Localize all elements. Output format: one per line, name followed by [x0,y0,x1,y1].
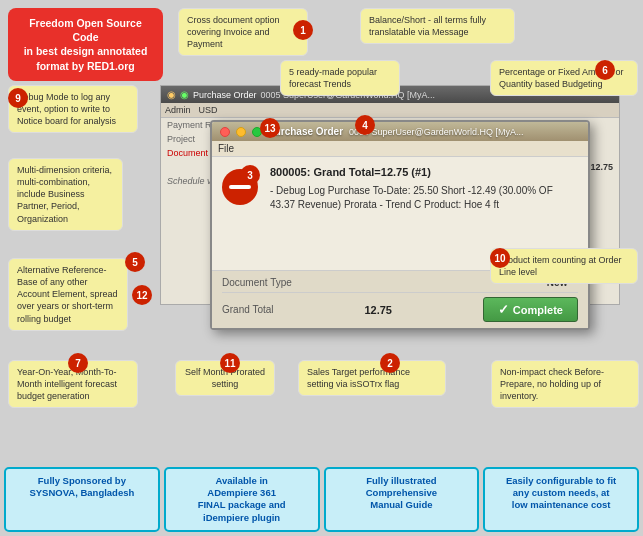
ann-yoy-text: Year-On-Year, Month-To-Month intelligent… [17,367,117,401]
minimize-traffic-light[interactable] [236,127,246,137]
modal-menubar: File [212,141,588,157]
grand-total-value: 12.75 [364,304,392,316]
num-label-11: 11 [224,358,235,369]
num-label-2: 2 [387,358,393,369]
num-label-7: 7 [75,358,81,369]
num-label-5: 5 [132,257,138,268]
currency-label: USD [199,105,218,115]
ann-cross-document: Cross document option covering Invoice a… [178,8,308,56]
num-label-1: 1 [300,25,306,36]
ann-alt-ref: Alternative Reference-Base of any other … [8,258,128,331]
close-traffic-light[interactable] [220,127,230,137]
modal-dialog: Purchase Order 0005 SuperUser@GardenWorl… [210,120,590,330]
file-menu-item[interactable]: File [218,143,234,154]
num-circle-10: 10 [490,248,510,268]
manual-line2: Comprehensive [332,487,472,499]
brand-line1: Freedom Open Source Code [16,16,155,44]
complete-button[interactable]: ✓ Complete [483,297,578,322]
available-line4: iDempiere plugin [172,512,312,524]
admin-label: Admin [165,105,191,115]
ann-sales-target: Sales Target performance setting via isS… [298,360,446,396]
grand-total-label: Grand Total [222,304,274,315]
ann-debug-text: Debug Mode to log any event, option to w… [17,92,116,126]
available-line2: ADempiere 361 [172,487,312,499]
ann-percentage: Percentage or Fixed Amount or Quantity b… [490,60,638,96]
brand-line2: in best design annotated [16,44,155,58]
available-box: Available in ADempiere 361 FINAL package… [164,467,320,532]
num-label-10: 10 [494,253,505,264]
brand-box: Freedom Open Source Code in best design … [8,8,163,81]
ann-nonimpact: Non-impact check Before-Prepare, no hold… [491,360,639,408]
sponsored-line1: Fully Sponsored by [12,475,152,487]
erp-title: Purchase Order [193,90,257,100]
checkmark-icon: ✓ [498,302,509,317]
ann-product-count: Product item counting at Order Line leve… [490,248,638,284]
ann-forecast-text: 5 ready-made popular forecast Trends [289,67,377,89]
complete-btn-label: Complete [513,304,563,316]
modal-message-title: 800005: Grand Total=12.75 (#1) [270,165,578,180]
num-circle-6: 6 [595,60,615,80]
modal-text-area: 800005: Grand Total=12.75 (#1) - Debug L… [270,165,578,212]
num-label-12: 12 [136,290,147,301]
num-circle-3: 3 [240,165,260,185]
stop-icon-inner [229,185,251,189]
ann-debug: Debug Mode to log any event, option to w… [8,85,138,133]
doc-type-label: Document Type [222,277,292,288]
ann-nonimpact-text: Non-impact check Before-Prepare, no hold… [500,367,604,401]
num-label-4: 4 [362,120,368,131]
num-circle-12: 12 [132,285,152,305]
sponsored-box: Fully Sponsored by SYSNOVA, Bangladesh [4,467,160,532]
ann-balance-short: Balance/Short - all terms fully translat… [360,8,515,44]
modal-content-area: 800005: Grand Total=12.75 (#1) - Debug L… [212,157,588,220]
configurable-line2: any custom needs, at [491,487,631,499]
amount-value: 12.75 [590,162,613,172]
num-label-13: 13 [264,123,275,134]
brand-line3: format by RED1.org [16,59,155,73]
manual-line3: Manual Guide [332,499,472,511]
ann-alt-ref-text: Alternative Reference-Base of any other … [17,265,118,324]
num-label-3: 3 [247,170,253,181]
num-label-6: 6 [602,65,608,76]
num-circle-5: 5 [125,252,145,272]
bottom-bar: Fully Sponsored by SYSNOVA, Bangladesh A… [4,467,639,532]
configurable-line3: low maintenance cost [491,499,631,511]
num-label-9: 9 [15,93,21,104]
configurable-line1: Easily configurable to fit [491,475,631,487]
num-circle-9: 9 [8,88,28,108]
ann-multidim: Multi-dimension criteria, multi-combinat… [8,158,123,231]
ann-multidim-text: Multi-dimension criteria, multi-combinat… [17,165,112,224]
sponsored-line2: SYSNOVA, Bangladesh [12,487,152,499]
num-circle-1: 1 [293,20,313,40]
ann-product-count-text: Product item counting at Order Line leve… [499,255,622,277]
num-circle-13: 13 [260,118,280,138]
ann-forecast: 5 ready-made popular forecast Trends [280,60,400,96]
manual-line1: Fully illustrated [332,475,472,487]
ann-cross-document-text: Cross document option covering Invoice a… [187,15,280,49]
configurable-box: Easily configurable to fit any custom ne… [483,467,639,532]
num-circle-7: 7 [68,353,88,373]
manual-box: Fully illustrated Comprehensive Manual G… [324,467,480,532]
modal-subtitle: 0005 SuperUser@GardenWorld.HQ [MyA... [349,127,524,137]
num-circle-11: 11 [220,353,240,373]
available-line3: FINAL package and [172,499,312,511]
ann-balance-short-text: Balance/Short - all terms fully translat… [369,15,486,37]
available-line1: Available in [172,475,312,487]
num-circle-4: 4 [355,115,375,135]
num-circle-2: 2 [380,353,400,373]
modal-message-body: - Debug Log Purchase To-Date: 25.50 Shor… [270,184,578,212]
erp-toolbar: Admin USD [161,103,619,118]
